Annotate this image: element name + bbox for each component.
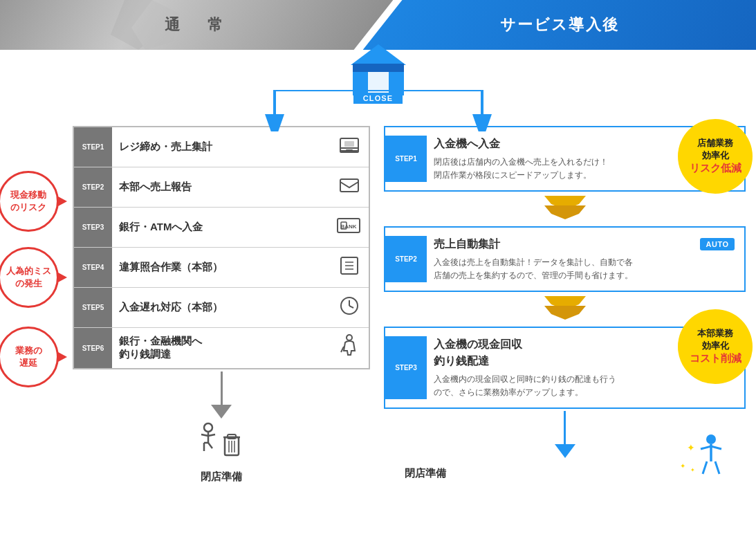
- header-left: 通 常: [0, 0, 393, 50]
- step5-badge: STEP5: [74, 288, 112, 327]
- right-step3-title: 入金機の現金回収 釣り銭配達: [434, 336, 693, 369]
- left-closing-label: 閉店準備: [201, 470, 242, 484]
- left-closing: 閉店準備: [73, 422, 370, 484]
- badge-hq-efficiency: 本部業務効率化コスト削減: [678, 309, 753, 384]
- step2-label: 本部へ売上報告: [112, 175, 338, 199]
- header-left-title: 通 常: [165, 15, 228, 35]
- right-step1-content: 入金機へ入金 閉店後は店舗内の入金機へ売上を入れるだけ！ 閉店作業が格段にスピー…: [434, 136, 693, 182]
- header-right: サービス導入後: [363, 0, 756, 50]
- svg-marker-2: [351, 44, 406, 65]
- store-area: CLOSE: [347, 43, 409, 104]
- step4-badge: STEP4: [74, 248, 112, 287]
- right-step-2: STEP2 売上自動集計 入金後は売上を自動集計！データを集計し、自動で各 店舗…: [384, 226, 746, 292]
- step5-label: 入金遅れ対応（本部）: [112, 295, 338, 320]
- step3-label: 銀行・ATMへ入金: [112, 215, 337, 239]
- svg-rect-12: [340, 179, 358, 192]
- svg-line-22: [349, 306, 353, 308]
- desk-icon: [197, 422, 246, 468]
- step4-label: 違算照合作業（本部）: [112, 255, 338, 279]
- svg-text:✦: ✦: [687, 442, 695, 453]
- step5-icon: [338, 296, 360, 320]
- step3-badge: STEP3: [74, 208, 112, 247]
- svg-rect-9: [344, 141, 354, 147]
- svg-rect-5: [353, 64, 404, 72]
- header-right-title: サービス導入後: [500, 15, 619, 35]
- two-column-layout: 現金移動のリスク 人為的ミスの発生 業務の遅延 STEP1 レジ締め・売上集計: [0, 126, 756, 484]
- step6-badge: STEP6: [74, 328, 112, 368]
- step1-label: レジ締め・売上集計: [112, 135, 338, 159]
- right-closing: ✦ ✦ ✦ 閉店準備: [384, 461, 746, 480]
- svg-point-23: [347, 335, 352, 340]
- step6-label: 銀行・金融機関へ 釣り銭調達: [112, 329, 338, 367]
- svg-text:✦: ✦: [690, 467, 695, 473]
- right-step1-title: 入金機へ入金: [434, 136, 693, 152]
- left-step-1: STEP1 レジ締め・売上集計: [74, 127, 369, 167]
- right-step2-icon: AUTO: [700, 236, 735, 250]
- left-step-4: STEP4 違算照合作業（本部）: [74, 248, 369, 288]
- closing-icon-svg: [197, 422, 246, 462]
- step2-badge: STEP2: [74, 167, 112, 207]
- main-layout: 通 常 サービス導入後 CLOSE: [0, 0, 756, 550]
- svg-line-33: [201, 434, 208, 436]
- svg-text:✦: ✦: [680, 462, 685, 470]
- store-arrows: [185, 90, 572, 131]
- svg-rect-11: [346, 149, 353, 151]
- step1-badge: STEP1: [74, 127, 112, 167]
- svg-marker-42: [544, 205, 586, 219]
- right-step1-badge: STEP1: [385, 136, 427, 182]
- svg-line-34: [208, 434, 215, 436]
- right-column: 店舗業務効率化リスク低減 STEP1 入金機へ入金 閉店後は店舗内の入金機へ売上…: [384, 126, 746, 484]
- right-step3-badge: STEP3: [385, 336, 427, 399]
- step3-icon: BANK: [337, 217, 360, 239]
- left-steps-container: STEP1 レジ締め・売上集計 STEP2 本部へ売上報告 STEP3 銀行・A…: [73, 126, 370, 369]
- left-step-6: STEP6 銀行・金融機関へ 釣り銭調達: [74, 328, 369, 368]
- left-step-2: STEP2 本部へ売上報告: [74, 167, 369, 208]
- right-step1-desc: 閉店後は店舗内の入金機へ売上を入れるだけ！ 閉店作業が格段にスピードアップします…: [434, 156, 693, 182]
- risk-bubble-delay: 業務の遅延: [0, 327, 59, 387]
- right-step3-desc: 入金機内の現金回収と同時に釣り銭の配達も行う ので、さらに業務効率がアップします…: [434, 373, 693, 399]
- step2-icon: [338, 176, 360, 199]
- svg-point-31: [204, 423, 212, 432]
- step6-icon: [338, 334, 360, 362]
- risk-bubble-cash: 現金移動のリスク: [0, 171, 59, 232]
- risk-bubble-human: 人為的ミスの発生: [0, 247, 59, 308]
- left-step-5: STEP5 入金遅れ対応（本部）: [74, 288, 369, 328]
- right-step3-content: 入金機の現金回収 釣り銭配達 入金機内の現金回収と同時に釣り銭の配達も行う ので…: [434, 336, 693, 399]
- svg-marker-44: [544, 306, 586, 320]
- left-column: 現金移動のリスク 人為的ミスの発生 業務の遅延 STEP1 レジ締め・売上集計: [73, 126, 370, 484]
- step1-icon: [338, 136, 360, 159]
- badge-store-efficiency: 店舗業務効率化リスク低減: [678, 119, 753, 194]
- right-closing-label: 閉店準備: [405, 467, 446, 480]
- step4-icon: [338, 256, 360, 279]
- right-step2-content: 売上自動集計 入金後は売上を自動集計！データを集計し、自動で各 店舗の売上を集約…: [434, 236, 693, 282]
- gold-arrows-1: [384, 192, 746, 226]
- person-icon: ✦ ✦ ✦: [676, 434, 725, 484]
- right-step2-desc: 入金後は売上を自動集計！データを集計し、自動で各 店舗の売上を集約するので、管理…: [434, 256, 693, 282]
- left-down-arrow: [73, 372, 370, 419]
- right-step2-badge: STEP2: [385, 236, 427, 282]
- svg-point-48: [706, 434, 716, 444]
- left-step-3: STEP3 銀行・ATMへ入金 BANK: [74, 208, 369, 248]
- right-step2-title: 売上自動集計: [434, 236, 693, 253]
